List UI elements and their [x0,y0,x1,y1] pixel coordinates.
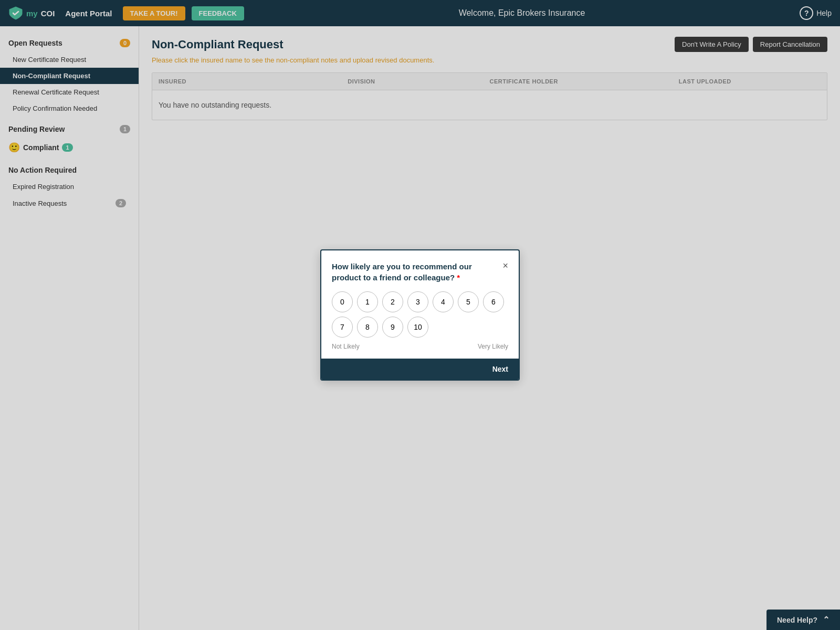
required-star: * [457,273,460,282]
modal-close-button[interactable]: × [502,261,508,270]
rating-4[interactable]: 4 [433,291,454,312]
rating-6[interactable]: 6 [483,291,504,312]
survey-next-button[interactable]: Next [492,365,508,373]
rating-2[interactable]: 2 [382,291,403,312]
label-very-likely: Very Likely [478,343,508,350]
rating-7[interactable]: 7 [332,317,353,338]
rating-3[interactable]: 3 [407,291,428,312]
modal-overlay[interactable]: × How likely are you to recommend our pr… [0,0,840,630]
label-not-likely: Not Likely [332,343,360,350]
survey-modal: × How likely are you to recommend our pr… [320,249,520,381]
rating-labels: Not Likely Very Likely [332,343,508,350]
rating-1[interactable]: 1 [357,291,378,312]
rating-9[interactable]: 9 [382,317,403,338]
rating-0[interactable]: 0 [332,291,353,312]
rating-8[interactable]: 8 [357,317,378,338]
rating-grid: 0 1 2 3 4 5 6 7 8 9 10 [332,291,508,338]
modal-body: × How likely are you to recommend our pr… [321,250,519,359]
modal-footer: Next [321,359,519,380]
survey-question: How likely are you to recommend our prod… [332,261,508,283]
rating-10[interactable]: 10 [407,317,428,338]
rating-5[interactable]: 5 [458,291,479,312]
